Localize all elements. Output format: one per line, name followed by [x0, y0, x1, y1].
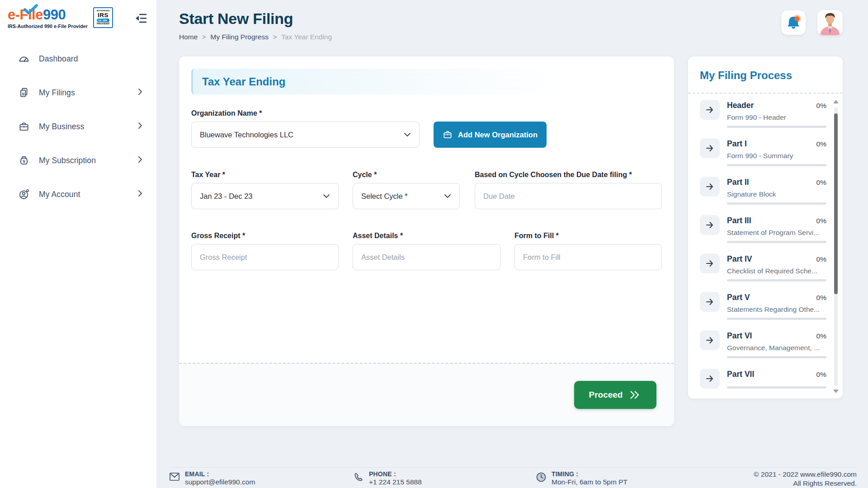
part-progress-bar [727, 356, 826, 358]
breadcrumb-my-filing-progress[interactable]: My Filing Progress [211, 33, 269, 41]
arrow-right-icon [700, 138, 720, 158]
part-subtitle: Checklist of Required Sche... [727, 267, 826, 275]
organization-name-select[interactable]: Bluewave Technologies LLC [191, 122, 420, 148]
filing-process-item[interactable]: Part I 0% Form 990 - Summary [700, 138, 826, 166]
part-percent: 0% [816, 140, 826, 148]
documents-icon [18, 87, 30, 99]
scroll-down-arrow[interactable] [833, 389, 839, 393]
sidebar-item-dashboard[interactable]: Dashboard [0, 48, 156, 70]
briefcase-icon [443, 130, 453, 140]
part-subtitle: Signature Block [727, 190, 826, 198]
avatar-image [817, 10, 843, 35]
sidebar-item-my-filings[interactable]: My Filings [0, 82, 156, 103]
part-progress-bar [727, 386, 826, 389]
sidebar-collapse-icon[interactable] [135, 13, 147, 26]
email-label: EMAIL : [185, 470, 255, 478]
efile990-logo[interactable]: e-File990 IRS-Authorized 990 e-File Prov… [8, 7, 88, 29]
form-body: Organization Name * Bluewave Technologie… [179, 94, 674, 270]
part-title: Header [727, 101, 754, 110]
filing-process-item[interactable]: Part V 0% Statements Regarding Othe... [700, 292, 826, 320]
part-title: Part III [727, 216, 751, 225]
tax-year-ending-card: Tax Year Ending Organization Name * Blue… [179, 56, 674, 426]
part-percent: 0% [816, 217, 826, 225]
breadcrumb-separator: > [273, 33, 277, 41]
tax-year-value: Jan 23 - Dec 23 [200, 192, 252, 201]
user-avatar[interactable] [817, 10, 843, 35]
card-footer: Proceed [179, 363, 674, 426]
dashboard-icon [18, 53, 30, 65]
brand-row: e-File990 IRS-Authorized 990 e-File Prov… [0, 0, 156, 29]
breadcrumb-current: Tax Year Ending [281, 33, 332, 41]
breadcrumb: Home > My Filing Progress > Tax Year End… [179, 33, 332, 41]
copyright-line2: All Rights Reserved. [754, 479, 857, 488]
proceed-button[interactable]: Proceed [574, 381, 656, 409]
arrow-right-icon [700, 253, 720, 273]
asset-details-input[interactable] [353, 244, 500, 270]
filing-process-item[interactable]: Part II 0% Signature Block [700, 177, 826, 205]
part-percent: 0% [816, 371, 826, 379]
filing-process-title: My Filing Process [700, 69, 843, 82]
arrow-right-icon [700, 369, 720, 389]
chevron-right-icon [137, 156, 143, 165]
page-title: Start New Filing [179, 10, 332, 28]
timing-value: Mon-Fri, 6am to 5pm PT [552, 478, 627, 486]
part-percent: 0% [816, 255, 826, 263]
top-actions [781, 10, 843, 35]
asset-details-label: Asset Details * [353, 232, 500, 240]
part-subtitle: Form 990 - Header [727, 113, 826, 122]
subscription-money-icon: $ [18, 155, 30, 166]
briefcase-icon [18, 121, 30, 132]
logo-990-text: 990 [43, 7, 66, 23]
breadcrumb-home[interactable]: Home [179, 33, 198, 41]
app-root: e-File990 IRS-Authorized 990 e-File Prov… [0, 0, 868, 488]
part-title: Part V [727, 293, 750, 302]
part-percent: 0% [816, 294, 826, 302]
part-subtitle: Statement of Program Servi... [727, 229, 826, 237]
arrow-right-icon [700, 100, 720, 120]
sidebar-item-my-account[interactable]: My Account [0, 183, 156, 205]
email-value[interactable]: support@efile990.com [185, 478, 255, 486]
sidebar: e-File990 IRS-Authorized 990 e-File Prov… [0, 0, 157, 488]
part-title: Part I [727, 139, 747, 149]
due-date-input[interactable] [475, 183, 662, 209]
filing-process-item[interactable]: Header 0% Form 990 - Header [700, 100, 826, 128]
form-to-fill-input[interactable] [514, 244, 662, 270]
gross-receipt-input[interactable] [191, 244, 339, 270]
filing-process-item[interactable]: Part VII 0% [700, 369, 826, 389]
filing-process-item[interactable]: Part IV 0% Checklist of Required Sche... [700, 253, 826, 282]
part-progress-bar [727, 126, 826, 128]
part-subtitle: Governance, Management, ... [727, 344, 826, 352]
filing-process-list: Header 0% Form 990 - Header Part I 0% Fo… [688, 94, 843, 392]
arrow-right-icon [700, 215, 720, 235]
page-head: Start New Filing Home > My Filing Progre… [179, 10, 332, 41]
chevron-down-icon [323, 194, 330, 198]
cycle-select[interactable]: Select Cycle * [353, 183, 460, 209]
part-percent: 0% [816, 332, 826, 340]
scrollbar-thumb[interactable] [834, 113, 838, 294]
filing-process-item[interactable]: Part III 0% Statement of Program Servi..… [700, 215, 826, 243]
scroll-up-arrow[interactable] [833, 100, 839, 103]
notifications-bell-button[interactable] [781, 10, 806, 35]
logo-checkmark-icon [23, 4, 38, 15]
part-progress-bar [727, 279, 826, 282]
sidebar-item-my-subscription[interactable]: $ My Subscription [0, 150, 156, 171]
panel-scrollbar[interactable] [834, 100, 838, 393]
organization-name-label: Organization Name * [191, 109, 420, 117]
chevron-down-icon [404, 132, 411, 137]
scrollbar-track[interactable] [834, 107, 838, 386]
sidebar-item-my-business[interactable]: My Business [0, 116, 156, 137]
chevron-right-icon [137, 88, 143, 97]
part-subtitle: Form 990 - Summary [727, 152, 826, 160]
copyright: © 2021 - 2022 www.efile990.com All Right… [754, 470, 857, 488]
clock-icon [536, 472, 547, 483]
add-new-organization-button[interactable]: Add New Organization [434, 122, 547, 148]
cycle-label: Cycle * [353, 171, 460, 179]
tax-year-select[interactable]: Jan 23 - Dec 23 [191, 183, 339, 209]
phone-value[interactable]: +1 224 215 5888 [369, 478, 422, 486]
timing-label: TIMING : [552, 470, 627, 478]
part-title: Part IV [727, 254, 752, 264]
arrow-right-icon [700, 177, 720, 197]
filing-process-item[interactable]: Part VI 0% Governance, Management, ... [700, 330, 826, 358]
part-percent: 0% [816, 102, 826, 110]
bell-icon [783, 13, 803, 33]
